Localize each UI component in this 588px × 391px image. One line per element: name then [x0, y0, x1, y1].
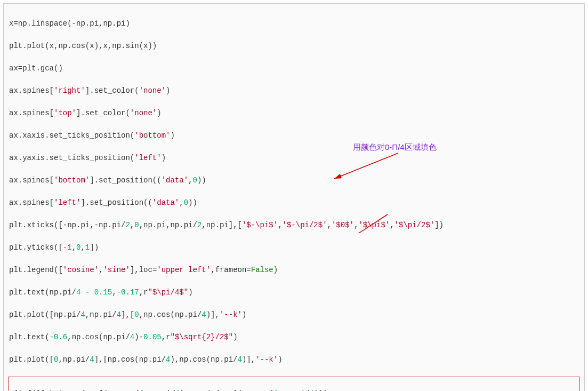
code-line: plt.plot([np.pi/4,np.pi/4],[0,np.cos(np.… — [9, 309, 579, 321]
annotation-1: 用颜色对0-Π/4区域填色 — [353, 141, 437, 154]
code-line: plt.plot([0,np.pi/4],[np.cos(np.pi/4),np… — [9, 354, 579, 365]
code-line: ax.yaxis.set_ticks_position('left') — [9, 153, 579, 164]
highlighted-box: plt.fill_between(np.linspace(0,np.pi/4),… — [8, 377, 580, 391]
code-line: x=np.linspace(-np.pi,np.pi) — [9, 18, 579, 29]
code-line: ax.spines['right'].set_color('none') — [9, 85, 579, 97]
code-line: plt.fill_between(np.linspace(0,np.pi/4),… — [10, 388, 578, 391]
code-line: ax.spines['top'].set_color('none') — [9, 108, 579, 119]
code-block: x=np.linspace(-np.pi,np.pi) plt.plot(x,n… — [3, 3, 585, 391]
code-line: ax=plt.gca() — [9, 63, 579, 74]
code-line: ax.spines['bottom'].set_position(('data'… — [9, 175, 579, 186]
code-line: ax.spines['left'].set_position(('data',0… — [9, 197, 579, 209]
code-line: ax.xaxis.set_ticks_position('bottom') — [9, 130, 579, 141]
code-line: plt.xticks([-np.pi,-np.pi/2,0,np.pi,np.p… — [9, 220, 579, 231]
code-line: plt.yticks([-1,0,1]) — [9, 242, 579, 253]
code-line: plt.plot(x,np.cos(x),x,np.sin(x)) — [9, 41, 579, 52]
code-line: plt.text(-0.6,np.cos(np.pi/4)-0.05,r"$\s… — [9, 332, 579, 343]
code-line: plt.text(np.pi/4 - 0.15,-0.17,r"$\pi/4$"… — [9, 287, 579, 298]
code-line: plt.legend(['cosine','sine'],loc='upper … — [9, 265, 579, 276]
